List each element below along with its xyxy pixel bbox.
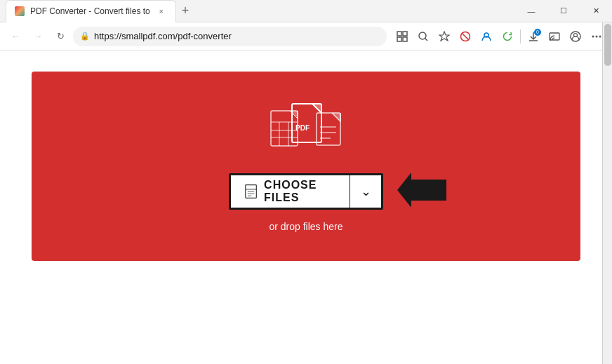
- lock-icon: 🔒: [80, 32, 90, 41]
- scrollbar-thumb[interactable]: [604, 24, 611, 66]
- block-icon[interactable]: [455, 27, 475, 46]
- svg-rect-1: [403, 32, 407, 36]
- cast-icon[interactable]: [545, 27, 564, 46]
- forward-button[interactable]: →: [28, 27, 48, 46]
- back-button[interactable]: ←: [6, 27, 25, 46]
- drop-text: or drop files here: [269, 221, 342, 232]
- close-button[interactable]: ✕: [580, 0, 612, 22]
- svg-rect-3: [403, 37, 407, 41]
- maximize-button[interactable]: ☐: [547, 0, 580, 22]
- svg-point-18: [599, 35, 601, 37]
- choose-files-label: CHOOSE FILES: [264, 179, 335, 204]
- url-text: https://smallpdf.com/pdf-converter: [94, 31, 380, 41]
- svg-marker-36: [397, 173, 446, 208]
- svg-rect-0: [397, 32, 401, 36]
- tab-favicon: [15, 6, 25, 16]
- svg-point-13: [550, 39, 551, 41]
- svg-text:PDF: PDF: [295, 124, 310, 132]
- address-bar: ← → ↻ 🔒 https://smallpdf.com/pdf-convert…: [0, 22, 612, 50]
- title-bar: PDF Converter - Convert files to × + — ☐…: [0, 0, 612, 22]
- window-controls: — ☐ ✕: [515, 0, 612, 22]
- toolbar-icons: 0: [392, 27, 606, 46]
- choose-files-button[interactable]: CHOOSE FILES ⌄: [229, 173, 383, 210]
- favorites-icon[interactable]: [434, 27, 454, 46]
- svg-rect-19: [271, 111, 298, 146]
- account-icon[interactable]: [566, 27, 585, 46]
- refresh-button[interactable]: ↻: [51, 27, 70, 46]
- drop-zone[interactable]: PDF: [32, 72, 580, 261]
- active-tab[interactable]: PDF Converter - Convert files to ×: [6, 0, 176, 22]
- tab-close-button[interactable]: ×: [156, 6, 167, 17]
- file-icon: [245, 182, 257, 201]
- new-tab-button[interactable]: +: [176, 0, 195, 22]
- profile-badge-icon[interactable]: [477, 27, 496, 46]
- search-icon[interactable]: [413, 27, 433, 46]
- svg-point-16: [592, 35, 594, 37]
- arrow-pointer: [397, 173, 446, 210]
- tab-title: PDF Converter - Convert files to: [30, 6, 150, 16]
- svg-rect-2: [397, 37, 401, 41]
- svg-point-17: [596, 35, 598, 37]
- minimize-button[interactable]: —: [515, 0, 547, 22]
- download-badge: 0: [534, 29, 541, 36]
- refresh-colored-icon[interactable]: [498, 27, 517, 46]
- chevron-down-icon[interactable]: ⌄: [350, 184, 381, 199]
- svg-rect-12: [550, 33, 559, 40]
- choose-files-container: CHOOSE FILES ⌄: [229, 173, 383, 210]
- svg-marker-6: [439, 32, 449, 41]
- svg-line-8: [462, 33, 469, 40]
- title-bar-left: PDF Converter - Convert files to × +: [0, 0, 515, 22]
- pdf-icon-group: PDF: [267, 100, 345, 159]
- page-content: PDF: [0, 50, 612, 364]
- address-input[interactable]: 🔒 https://smallpdf.com/pdf-converter: [73, 27, 387, 46]
- toolbar-divider: [520, 29, 521, 43]
- choose-files-main: CHOOSE FILES: [231, 179, 350, 204]
- scrollbar[interactable]: [602, 22, 612, 364]
- download-icon[interactable]: 0: [524, 27, 543, 46]
- svg-line-5: [425, 38, 428, 41]
- tab-area: PDF Converter - Convert files to × +: [6, 0, 194, 22]
- grid-icon[interactable]: [392, 27, 412, 46]
